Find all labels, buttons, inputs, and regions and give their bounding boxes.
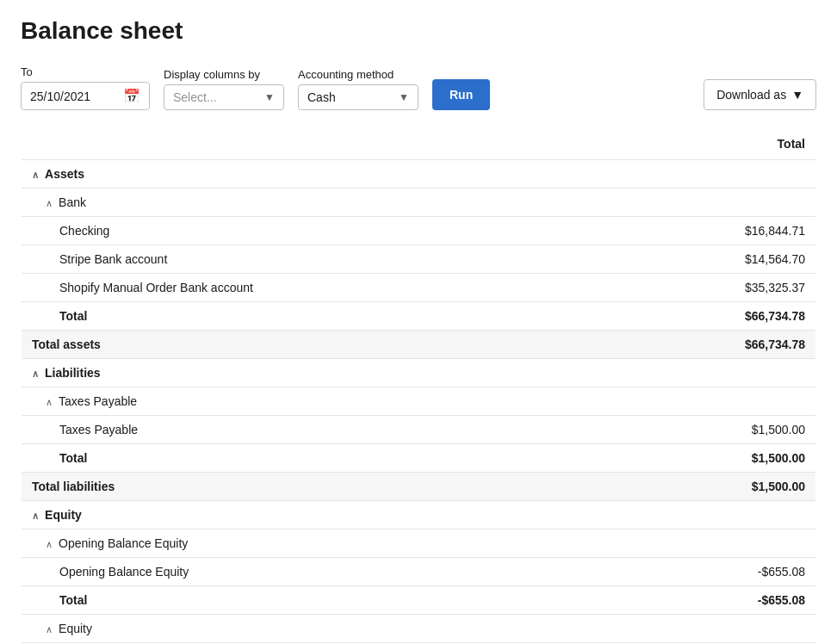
cell-label-total-liabilities: Total liabilities: [22, 473, 617, 501]
chevron-down-icon: ▼: [264, 91, 275, 103]
table-row-total-assets: Total assets$66,734.78: [22, 331, 816, 359]
cell-value-obe-item: -$655.08: [617, 558, 816, 586]
accounting-method-group: Accounting method Cash ▼: [298, 68, 418, 110]
cell-label-checking: Checking: [22, 217, 617, 245]
cell-value-liabilities-header: [617, 359, 816, 387]
cell-label-assets-header[interactable]: ∧ Assets: [22, 160, 617, 189]
display-columns-group: Display columns by Select... ▼: [164, 68, 284, 110]
header-label-cell: [22, 128, 617, 160]
cell-value-equity2-header: [617, 615, 816, 643]
table-row-assets-header: ∧ Assets: [22, 160, 816, 189]
cell-value-total-assets: $66,734.78: [617, 331, 816, 359]
collapse-icon[interactable]: ∧: [32, 368, 41, 379]
to-label: To: [21, 65, 150, 78]
cell-label-taxes-payable-total: Total: [22, 444, 617, 473]
table-row-checking: Checking$16,844.71: [22, 217, 816, 245]
table-row-total-liabilities: Total liabilities$1,500.00: [22, 473, 816, 501]
table-row-liabilities-header: ∧ Liabilities: [22, 359, 816, 387]
controls-bar: To 25/10/2021 📅 Display columns by Selec…: [21, 65, 816, 110]
cell-label-bank-total: Total: [22, 302, 617, 331]
collapse-icon[interactable]: ∧: [46, 198, 55, 208]
accounting-method-select[interactable]: Cash ▼: [298, 84, 418, 110]
header-total-cell: Total: [617, 128, 816, 160]
display-columns-label: Display columns by: [164, 68, 284, 81]
collapse-icon[interactable]: ∧: [46, 397, 55, 407]
calendar-icon[interactable]: 📅: [123, 88, 140, 104]
display-columns-select[interactable]: Select... ▼: [164, 84, 284, 110]
cell-label-total-assets: Total assets: [22, 331, 617, 359]
table-header-row: Total: [22, 128, 816, 160]
table-row-obe-total: Total-$655.08: [22, 586, 816, 615]
cell-value-bank-total: $66,734.78: [617, 302, 816, 331]
cell-label-equity-header[interactable]: ∧ Equity: [22, 501, 617, 529]
accounting-method-value: Cash: [307, 90, 392, 104]
collapse-icon[interactable]: ∧: [32, 170, 41, 180]
table-row-obe-item: Opening Balance Equity-$655.08: [22, 558, 816, 586]
download-button[interactable]: Download as ▼: [704, 79, 816, 110]
table-row-bank-header: ∧ Bank: [22, 189, 816, 217]
cell-label-shopify-bank: Shopify Manual Order Bank account: [22, 274, 617, 302]
cell-value-equity-header: [617, 501, 816, 529]
page-title: Balance sheet: [21, 17, 816, 45]
cell-value-taxes-payable-item: $1,500.00: [617, 416, 816, 444]
cell-label-equity2-header[interactable]: ∧ Equity: [22, 615, 617, 643]
cell-label-stripe-bank: Stripe Bank account: [22, 245, 617, 274]
cell-label-liabilities-header[interactable]: ∧ Liabilities: [22, 359, 617, 387]
chevron-down-icon-2: ▼: [399, 91, 409, 103]
to-date-input[interactable]: 25/10/2021 📅: [21, 82, 150, 110]
cell-value-total-liabilities: $1,500.00: [617, 473, 816, 501]
to-date-group: To 25/10/2021 📅: [21, 65, 150, 110]
table-row-equity2-header: ∧ Equity: [22, 615, 816, 643]
cell-value-shopify-bank: $35,325.37: [617, 274, 816, 302]
table-row-stripe-bank: Stripe Bank account$14,564.70: [22, 245, 816, 274]
accounting-method-label: Accounting method: [298, 68, 418, 81]
cell-label-taxes-payable-header[interactable]: ∧ Taxes Payable: [22, 387, 617, 416]
cell-label-taxes-payable-item: Taxes Payable: [22, 416, 617, 444]
run-button[interactable]: Run: [432, 79, 490, 110]
table-row-obe-header: ∧ Opening Balance Equity: [22, 529, 816, 558]
collapse-icon[interactable]: ∧: [46, 624, 55, 635]
to-date-value: 25/10/2021: [30, 90, 116, 103]
cell-value-taxes-payable-total: $1,500.00: [617, 444, 816, 473]
cell-value-obe-total: -$655.08: [617, 586, 816, 615]
display-columns-value: Select...: [173, 90, 257, 104]
cell-label-obe-header[interactable]: ∧ Opening Balance Equity: [22, 529, 617, 558]
cell-label-bank-header[interactable]: ∧ Bank: [22, 189, 617, 217]
download-label: Download as: [716, 88, 786, 102]
cell-value-checking: $16,844.71: [617, 217, 816, 245]
cell-value-stripe-bank: $14,564.70: [617, 245, 816, 274]
cell-label-obe-item: Opening Balance Equity: [22, 558, 617, 586]
chevron-down-icon-3: ▼: [791, 88, 803, 102]
collapse-icon[interactable]: ∧: [46, 539, 55, 549]
table-row-shopify-bank: Shopify Manual Order Bank account$35,325…: [22, 274, 816, 302]
cell-value-taxes-payable-header: [617, 387, 816, 416]
table-row-taxes-payable-header: ∧ Taxes Payable: [22, 387, 816, 416]
report-table: Total ∧ Assets∧ BankChecking$16,844.71St…: [21, 127, 816, 644]
cell-value-assets-header: [617, 160, 816, 189]
table-row-equity-header: ∧ Equity: [22, 501, 816, 529]
table-row-taxes-payable-item: Taxes Payable$1,500.00: [22, 416, 816, 444]
table-row-taxes-payable-total: Total$1,500.00: [22, 444, 816, 473]
cell-value-bank-header: [617, 189, 816, 217]
cell-label-obe-total: Total: [22, 586, 617, 615]
collapse-icon[interactable]: ∧: [32, 511, 41, 521]
table-row-bank-total: Total$66,734.78: [22, 302, 816, 331]
cell-value-obe-header: [617, 529, 816, 558]
